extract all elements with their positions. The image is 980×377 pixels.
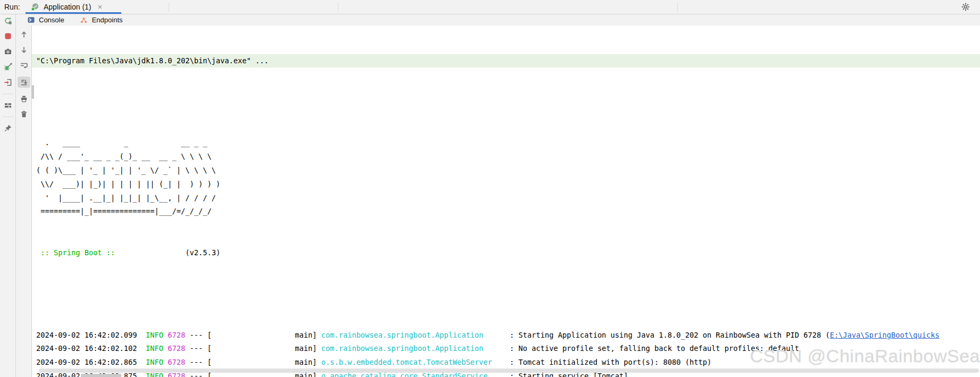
log-text: : bbox=[505, 344, 519, 353]
file-path-link[interactable]: E:\Java\SpringBoot\quicks bbox=[830, 331, 940, 339]
thread-dump-camera-icon[interactable] bbox=[3, 47, 13, 56]
log-text: ] bbox=[312, 344, 321, 353]
log-time: 2024-09-02 16:42:02.102 bbox=[36, 344, 137, 353]
log-text bbox=[137, 344, 146, 353]
print-icon[interactable] bbox=[19, 95, 29, 103]
run-tab-title: Application (1) bbox=[44, 3, 92, 11]
log-pid: 6728 bbox=[168, 358, 185, 366]
tab-endpoints[interactable]: Endpoints bbox=[79, 16, 123, 24]
exit-icon[interactable] bbox=[3, 78, 13, 87]
log-level: INFO bbox=[146, 331, 163, 339]
log-pid: 6728 bbox=[168, 331, 185, 339]
log-text: --- [ bbox=[185, 344, 211, 353]
toolbar-divider bbox=[3, 94, 13, 94]
log-thread: main bbox=[212, 331, 313, 339]
log-pid: 6728 bbox=[168, 344, 185, 353]
run-toolbar bbox=[0, 14, 16, 377]
tabbar-separator bbox=[338, 3, 338, 12]
log-level: INFO bbox=[146, 358, 163, 366]
java-command-line: "C:\Program Files\Java\jdk1.8.0_202\bin\… bbox=[32, 54, 980, 68]
log-logger: com.rainbowsea.springboot.Application bbox=[321, 331, 505, 339]
console-toolbar bbox=[16, 26, 32, 377]
log-text: ] bbox=[312, 358, 321, 366]
rerun-icon[interactable] bbox=[3, 16, 13, 25]
log-text: ] bbox=[312, 331, 321, 339]
log-text: : bbox=[505, 331, 519, 339]
log-text: --- [ bbox=[185, 331, 211, 339]
log-time: 2024-09-02 16:42:02.865 bbox=[36, 358, 137, 366]
stop-icon[interactable] bbox=[3, 32, 13, 40]
log-line: 2024-09-02 16:42:02.099 INFO 6728 --- [ … bbox=[36, 329, 980, 342]
soft-wrap-icon[interactable] bbox=[19, 61, 29, 70]
log-thread: main bbox=[212, 344, 313, 353]
log-text bbox=[163, 358, 168, 366]
active-tab-underline bbox=[26, 12, 121, 14]
up-stack-trace-icon[interactable] bbox=[19, 30, 29, 39]
log-time: 2024-09-02 16:42:02.099 bbox=[36, 331, 137, 339]
down-stack-trace-icon[interactable] bbox=[19, 46, 29, 54]
run-label: Run: bbox=[4, 3, 26, 11]
toolbar-divider bbox=[3, 116, 13, 117]
scrollbar-marker[interactable] bbox=[31, 85, 34, 99]
close-icon[interactable] bbox=[95, 3, 105, 11]
tabbar-separator bbox=[677, 3, 678, 12]
log-text: --- [ bbox=[185, 358, 211, 366]
log-text: : bbox=[505, 358, 519, 366]
log-text bbox=[137, 358, 146, 366]
log-level: INFO bbox=[146, 344, 163, 353]
clear-all-trash-icon[interactable] bbox=[19, 110, 29, 119]
run-header-bar: Run: Application (1) bbox=[0, 0, 980, 14]
run-tool-window: Run: Application (1) bbox=[0, 0, 980, 377]
settings-gear-icon[interactable] bbox=[961, 2, 970, 12]
bottom-scrollbar-thumb[interactable] bbox=[81, 374, 121, 377]
spring-boot-run-icon bbox=[30, 3, 40, 11]
console-terminal-icon bbox=[26, 16, 36, 24]
spring-boot-ascii-banner: . ____ _ __ _ _ /\\ / ___'_ __ _ _(_)_ _… bbox=[36, 136, 980, 219]
watermark: CSDN @ChinaRainbowSea bbox=[750, 346, 980, 366]
spring-boot-version-line: :: Spring Boot :: (v2.5.3) bbox=[36, 246, 980, 260]
horizontal-scrollbar-thumb[interactable] bbox=[39, 368, 979, 373]
scroll-to-end-icon[interactable] bbox=[18, 77, 30, 88]
restore-layout-icon[interactable] bbox=[3, 101, 13, 110]
log-logger: o.s.b.w.embedded.tomcat.TomcatWebServer bbox=[321, 358, 505, 366]
log-message: Starting Application using Java 1.8.0_20… bbox=[519, 331, 830, 339]
tab-application[interactable]: Application (1) bbox=[26, 0, 121, 14]
log-logger: com.rainbowsea.springboot.Application bbox=[321, 344, 505, 353]
log-text bbox=[163, 344, 168, 353]
pin-icon[interactable] bbox=[3, 124, 13, 132]
tabbar-separator bbox=[169, 3, 169, 12]
endpoints-icon bbox=[79, 16, 89, 24]
log-text bbox=[163, 331, 168, 339]
console-output[interactable]: "C:\Program Files\Java\jdk1.8.0_202\bin\… bbox=[32, 26, 980, 377]
log-message: Tomcat initialized with port(s): 8080 (h… bbox=[519, 358, 712, 366]
console-view-tabs: Console Endpoints bbox=[16, 14, 980, 26]
log-text bbox=[137, 331, 146, 339]
tab-console[interactable]: Console bbox=[26, 16, 64, 24]
restart-debug-bug-icon[interactable] bbox=[3, 63, 13, 71]
log-thread: main bbox=[212, 358, 313, 366]
tab-console-label: Console bbox=[39, 16, 64, 24]
tab-endpoints-label: Endpoints bbox=[92, 16, 123, 24]
